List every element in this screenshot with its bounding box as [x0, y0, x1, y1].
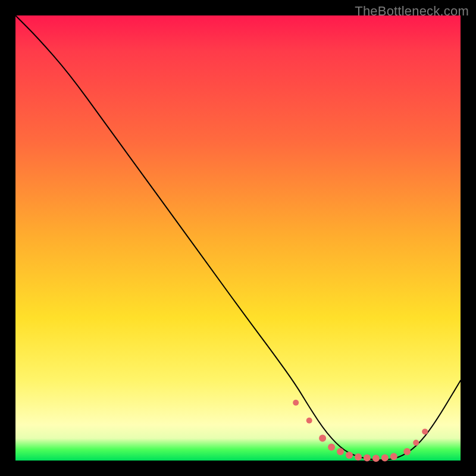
- bottleneck-curve: [15, 15, 461, 460]
- marker-dot: [293, 400, 299, 406]
- marker-dot: [364, 455, 371, 462]
- plot-area: [15, 15, 461, 461]
- marker-dot: [337, 448, 344, 455]
- chart-frame: TheBottleneck.com: [0, 0, 476, 476]
- marker-dot: [413, 440, 419, 446]
- marker-dot: [403, 448, 411, 455]
- marker-dot: [372, 455, 380, 462]
- marker-dot: [422, 428, 428, 434]
- marker-dot: [381, 455, 389, 462]
- flat-zone-markers: [293, 400, 428, 462]
- marker-dot: [328, 444, 335, 451]
- marker-dot: [355, 453, 362, 461]
- marker-dot: [390, 453, 397, 460]
- marker-dot: [346, 452, 353, 459]
- watermark-text: TheBottleneck.com: [355, 4, 469, 19]
- marker-dot: [319, 435, 326, 442]
- marker-dot: [306, 418, 312, 424]
- curve-layer: [15, 15, 461, 461]
